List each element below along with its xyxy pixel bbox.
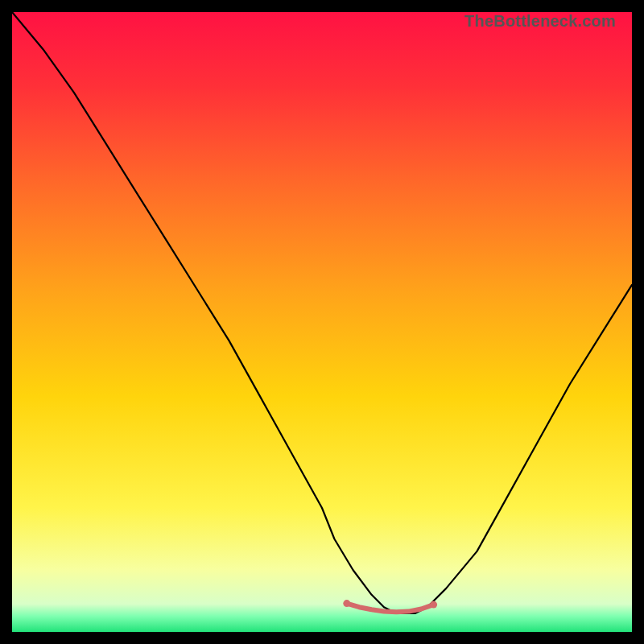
watermark-text: TheBottleneck.com	[464, 12, 616, 31]
optimal-range-endpoint	[343, 600, 350, 607]
bottleneck-chart	[12, 12, 632, 632]
gradient-background	[12, 12, 632, 632]
optimal-range-endpoint	[430, 601, 437, 609]
plot-area	[12, 12, 632, 632]
chart-frame: TheBottleneck.com	[12, 12, 632, 632]
